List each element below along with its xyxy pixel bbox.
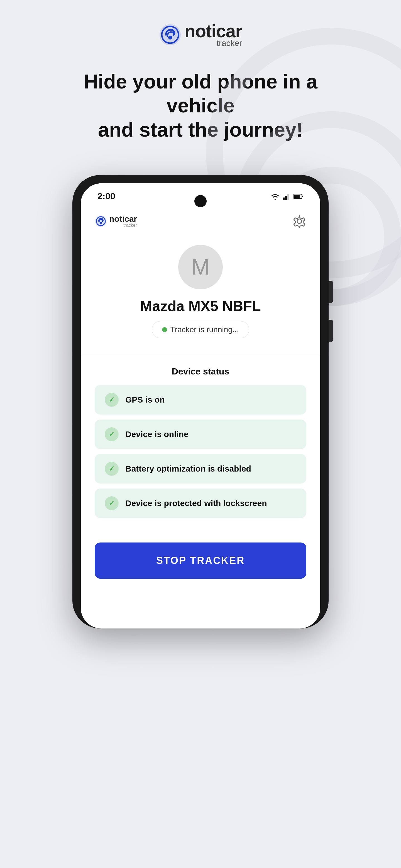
phone-mockup: 2:00	[73, 175, 328, 628]
status-text-online: Device is online	[125, 430, 189, 439]
stop-tracker-button[interactable]: STOP TRACKER	[95, 542, 306, 579]
hero-heading: Hide your old phone in a vehicle and sta…	[47, 69, 354, 142]
checkmark-online: ✓	[109, 430, 115, 439]
svg-rect-4	[287, 194, 289, 200]
status-item-lockscreen: ✓ Device is protected with lockscreen	[95, 489, 306, 518]
logo-text: noticar tracker	[184, 22, 242, 47]
battery-icon	[293, 194, 304, 199]
app-logo-small-icon	[95, 215, 107, 227]
status-icons	[270, 192, 304, 200]
avatar-letter: M	[191, 254, 210, 280]
checkmark-gps: ✓	[109, 396, 115, 404]
status-text-battery: Battery optimization is disabled	[125, 464, 251, 473]
device-status-title: Device status	[95, 366, 306, 377]
app-logo-small-text: noticar tracker	[109, 215, 137, 227]
svg-rect-6	[294, 195, 299, 198]
svg-point-1	[168, 36, 172, 39]
checkmark-battery: ✓	[109, 465, 115, 473]
check-circle-lockscreen: ✓	[105, 496, 119, 510]
svg-rect-2	[283, 197, 285, 200]
status-item-gps: ✓ GPS is on	[95, 385, 306, 414]
avatar-section: M Mazda MX5 NBFL Tracker is running...	[81, 234, 320, 349]
logo-name: noticar	[184, 22, 242, 40]
svg-point-0	[160, 24, 181, 45]
check-circle-gps: ✓	[105, 393, 119, 407]
status-item-battery: ✓ Battery optimization is disabled	[95, 454, 306, 484]
checkmark-lockscreen: ✓	[109, 499, 115, 508]
check-circle-battery: ✓	[105, 462, 119, 476]
top-logo-area: noticar tracker	[159, 22, 242, 47]
wifi-icon	[270, 192, 280, 200]
tracker-running-dot	[162, 327, 167, 332]
app-logo-small: noticar tracker	[95, 215, 137, 227]
app-logo-small-name: noticar	[109, 215, 137, 223]
status-time: 2:00	[97, 191, 115, 202]
svg-point-8	[95, 216, 106, 227]
device-status-section: Device status ✓ GPS is on ✓ Device is on…	[81, 361, 320, 534]
camera-notch	[194, 195, 207, 207]
phone-button-2	[328, 320, 333, 342]
vehicle-name: Mazda MX5 NBFL	[140, 298, 261, 314]
stop-tracker-section: STOP TRACKER	[81, 534, 320, 595]
status-item-online: ✓ Device is online	[95, 420, 306, 449]
avatar: M	[178, 245, 223, 289]
check-circle-online: ✓	[105, 427, 119, 441]
signal-icon	[283, 192, 291, 200]
logo-container: noticar tracker	[159, 22, 242, 47]
svg-point-10	[297, 219, 302, 223]
svg-point-9	[100, 222, 102, 224]
app-header: noticar tracker	[81, 206, 320, 234]
tracker-status-badge: Tracker is running...	[152, 321, 249, 338]
phone-button-1	[328, 281, 333, 303]
noticar-logo-icon	[159, 24, 181, 46]
tracker-status-text: Tracker is running...	[170, 325, 239, 334]
status-text-lockscreen: Device is protected with lockscreen	[125, 499, 267, 508]
status-text-gps: GPS is on	[125, 395, 165, 404]
logo-subtitle: tracker	[217, 39, 242, 47]
phone-screen: 2:00	[81, 183, 320, 628]
app-logo-small-subtitle: tracker	[123, 223, 137, 227]
svg-rect-3	[285, 196, 287, 200]
phone-frame: 2:00	[73, 175, 328, 628]
svg-rect-7	[302, 195, 303, 197]
settings-icon[interactable]	[292, 214, 306, 228]
